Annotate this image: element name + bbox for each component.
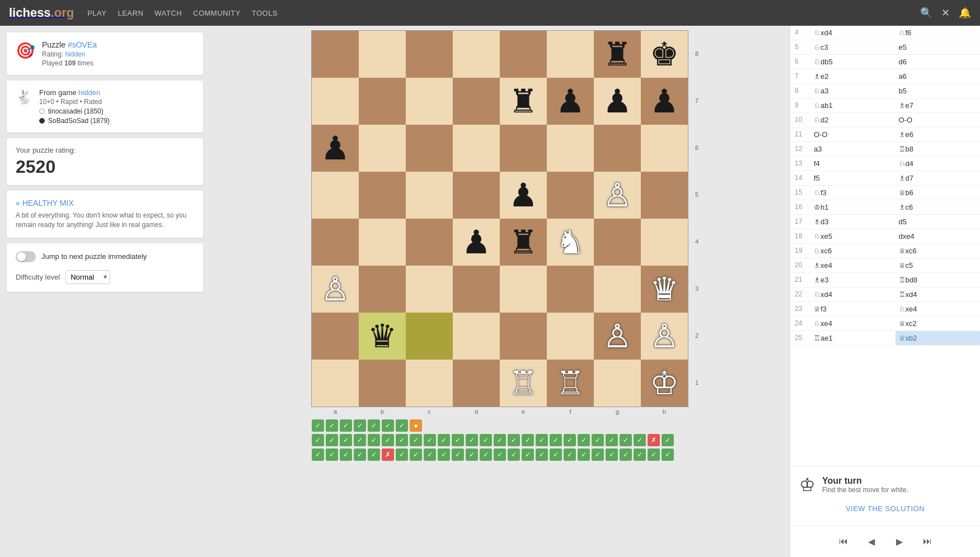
cell-d1[interactable] (453, 360, 500, 407)
cell-a2[interactable] (312, 313, 359, 360)
cell-h4[interactable] (641, 219, 688, 266)
cell-a4[interactable] (312, 219, 359, 266)
cell-b6[interactable] (359, 125, 406, 172)
search-icon[interactable]: 🔍 (920, 7, 932, 19)
cell-e7[interactable]: ♜ (500, 78, 547, 125)
difficulty-select[interactable]: Easiest Easier Normal Harder Hardest (65, 270, 110, 284)
black-move-16[interactable]: ♗c6 (895, 200, 981, 214)
nav-play[interactable]: PLAY (87, 9, 106, 17)
cell-d7[interactable] (453, 78, 500, 125)
cell-c4[interactable] (406, 219, 453, 266)
cell-d4[interactable]: ♟ (453, 219, 500, 266)
cell-h6[interactable] (641, 125, 688, 172)
cell-c8[interactable] (406, 31, 453, 78)
cell-g7[interactable]: ♟ (594, 78, 641, 125)
black-move-19[interactable]: ♕xc6 (895, 244, 981, 258)
black-move-20[interactable]: ♕c5 (895, 258, 981, 272)
cell-c7[interactable] (406, 78, 453, 125)
black-move-9[interactable]: ♗e7 (895, 98, 981, 112)
black-move-5[interactable]: e5 (895, 40, 981, 54)
black-move-8[interactable]: b5 (895, 84, 981, 98)
black-move-12[interactable]: ♖b8 (895, 142, 981, 156)
white-move-18[interactable]: ♘xe5 (810, 229, 895, 243)
black-move-23[interactable]: ♘xe4 (895, 302, 981, 316)
cell-b8[interactable] (359, 31, 406, 78)
cell-g3[interactable] (594, 266, 641, 313)
cell-b1[interactable] (359, 360, 406, 407)
white-move-5[interactable]: ♘c3 (810, 40, 895, 54)
cell-g5[interactable]: ♙ (594, 172, 641, 219)
cell-g1[interactable] (594, 360, 641, 407)
white-move-9[interactable]: ♘ab1 (810, 98, 895, 112)
black-move-17[interactable]: d5 (895, 215, 981, 229)
cell-b2[interactable]: ♛ (359, 313, 406, 360)
cell-c2[interactable] (406, 313, 453, 360)
mix-title[interactable]: « HEALTHY MIX (16, 199, 194, 207)
white-move-16[interactable]: ♔h1 (810, 200, 895, 214)
cell-f5[interactable] (547, 172, 594, 219)
cell-e2[interactable] (500, 313, 547, 360)
black-player-name[interactable]: SoBadSoSad (1879) (48, 117, 110, 125)
cell-b5[interactable] (359, 172, 406, 219)
cell-e6[interactable] (500, 125, 547, 172)
cell-a1[interactable] (312, 360, 359, 407)
cell-f3[interactable] (547, 266, 594, 313)
cell-h1[interactable]: ♔ (641, 360, 688, 407)
white-move-22[interactable]: ♘xd4 (810, 287, 895, 301)
white-move-20[interactable]: ♗xe4 (810, 258, 895, 272)
cell-c3[interactable] (406, 266, 453, 313)
prev-move-button[interactable]: ◀ (857, 531, 885, 551)
white-move-15[interactable]: ♘f3 (810, 186, 895, 200)
white-move-21[interactable]: ♗e3 (810, 273, 895, 287)
cell-h2[interactable]: ♙ (641, 313, 688, 360)
cell-b7[interactable] (359, 78, 406, 125)
white-move-25[interactable]: ♖ae1 (810, 331, 895, 345)
white-move-13[interactable]: f4 (810, 157, 895, 171)
white-move-24[interactable]: ♘xe4 (810, 317, 895, 331)
jump-toggle[interactable] (16, 251, 36, 262)
black-move-6[interactable]: d6 (895, 55, 981, 69)
cell-d6[interactable] (453, 125, 500, 172)
cell-c1[interactable] (406, 360, 453, 407)
cell-g2[interactable]: ♙ (594, 313, 641, 360)
cell-h3[interactable]: ♛ (641, 266, 688, 313)
white-move-7[interactable]: ♗e2 (810, 69, 895, 83)
cell-c6[interactable] (406, 125, 453, 172)
white-move-8[interactable]: ♘a3 (810, 84, 895, 98)
black-move-11[interactable]: ♗e6 (895, 128, 981, 141)
cell-a8[interactable] (312, 31, 359, 78)
cell-d2[interactable] (453, 313, 500, 360)
cell-e1[interactable]: ♖ (500, 360, 547, 407)
nav-community[interactable]: COMMUNITY (193, 9, 241, 17)
cell-g6[interactable] (594, 125, 641, 172)
white-move-14[interactable]: f5 (810, 171, 895, 185)
black-move-4[interactable]: ♘f6 (895, 26, 981, 40)
cell-f8[interactable] (547, 31, 594, 78)
cell-d3[interactable] (453, 266, 500, 313)
cell-a6[interactable]: ♟ (312, 125, 359, 172)
cell-f4[interactable]: ♞ (547, 219, 594, 266)
next-move-button[interactable]: ▶ (885, 531, 913, 551)
black-move-21[interactable]: ♖bd8 (895, 273, 981, 287)
cell-f2[interactable] (547, 313, 594, 360)
cell-c5[interactable] (406, 172, 453, 219)
cell-e8[interactable] (500, 31, 547, 78)
white-move-10[interactable]: ♘d2 (810, 113, 895, 127)
black-move-25[interactable]: ♕xb2 (895, 331, 981, 345)
cell-f7[interactable]: ♟ (547, 78, 594, 125)
cell-e3[interactable] (500, 266, 547, 313)
white-move-23[interactable]: ♕f3 (810, 302, 895, 316)
bell-icon[interactable]: 🔔 (959, 7, 971, 19)
cell-a7[interactable] (312, 78, 359, 125)
game-id[interactable]: hidden (78, 88, 100, 97)
cell-e5[interactable]: ♟ (500, 172, 547, 219)
logo[interactable]: lichess.org (9, 6, 74, 20)
cell-d8[interactable] (453, 31, 500, 78)
white-move-12[interactable]: a3 (810, 142, 895, 156)
white-player-name[interactable]: tinocasadei (1850) (48, 107, 104, 115)
black-move-7[interactable]: a6 (895, 69, 981, 83)
cell-h7[interactable]: ♟ (641, 78, 688, 125)
nav-watch[interactable]: WATCH (154, 9, 182, 17)
cell-f6[interactable] (547, 125, 594, 172)
black-move-15[interactable]: ♕b6 (895, 186, 981, 200)
